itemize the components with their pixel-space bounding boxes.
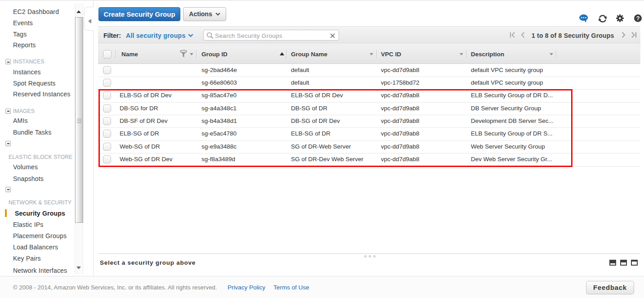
svg-text:?: ? [636, 15, 640, 22]
